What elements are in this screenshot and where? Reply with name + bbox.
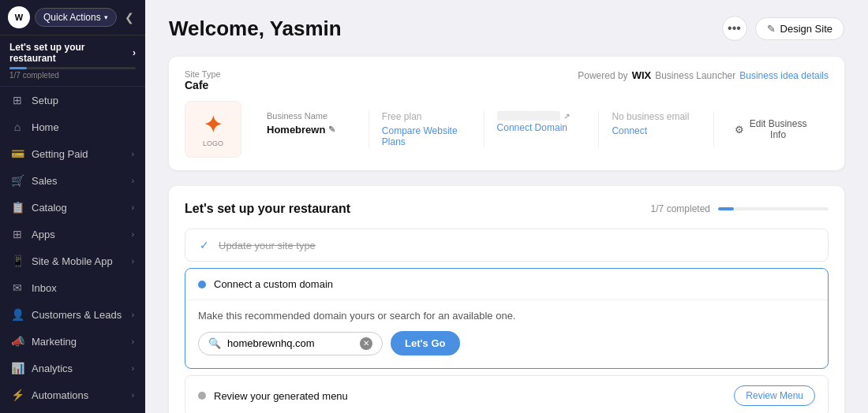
site-type-label: Site Type bbox=[185, 69, 221, 79]
chevron-right-icon: › bbox=[132, 150, 134, 158]
sidebar-item-marketing[interactable]: 📣 Marketing › bbox=[0, 328, 145, 355]
sidebar-item-customers[interactable]: 👤 Customers & Leads › bbox=[0, 301, 145, 328]
logo-box: ✦ LOGO bbox=[185, 101, 241, 158]
sidebar-item-inbox[interactable]: ✉ Inbox bbox=[0, 274, 145, 301]
setup-card-header: Let's set up your restaurant 1/7 complet… bbox=[185, 202, 829, 216]
header-actions: ••• ✎ Design Site bbox=[722, 16, 844, 41]
chevron-right-icon: › bbox=[132, 203, 134, 212]
domain-input-wrap: 🔍 ✕ bbox=[198, 332, 383, 355]
checklist-item-row: ✓ Update your site type bbox=[185, 229, 828, 261]
search-icon: 🔍 bbox=[208, 337, 221, 349]
page-title: Welcome, Yasmin bbox=[169, 17, 342, 41]
quick-actions-label: Quick Actions bbox=[43, 12, 101, 23]
checklist-item-desc: Make this recommended domain yours or se… bbox=[198, 310, 815, 322]
quick-actions-button[interactable]: Quick Actions ▾ bbox=[35, 8, 117, 27]
sidebar-item-sales[interactable]: 🛒 Sales › bbox=[0, 167, 145, 194]
sidebar-item-catalog[interactable]: 📋 Catalog › bbox=[0, 194, 145, 221]
powered-by: Powered by WIX Business Launcher Busines… bbox=[578, 69, 829, 81]
compare-plans-link[interactable]: Compare Website Plans bbox=[382, 125, 471, 147]
setup-card-progress-bar bbox=[718, 207, 829, 210]
sidebar-item-site-mobile[interactable]: 📱 Site & Mobile App › bbox=[0, 247, 145, 274]
chevron-right-icon: › bbox=[132, 257, 134, 266]
edit-name-icon[interactable]: ✎ bbox=[328, 125, 335, 135]
main-content: Welcome, Yasmin ••• ✎ Design Site Site T… bbox=[145, 0, 868, 413]
nav-icon-setup: ⊞ bbox=[11, 94, 24, 106]
plan-section: Free plan Compare Website Plans bbox=[369, 111, 485, 147]
nav-icon-customers: 👤 bbox=[11, 308, 24, 321]
sidebar-item-apps[interactable]: ⊞ Apps › bbox=[0, 221, 145, 247]
lets-go-button[interactable]: Let's Go bbox=[391, 331, 460, 355]
logo-text: LOGO bbox=[203, 140, 223, 147]
sidebar-setup-section: Let's set up your restaurant › 1/7 compl… bbox=[0, 35, 145, 87]
chevron-right-icon: › bbox=[132, 311, 134, 319]
nav-label-getting-paid: Getting Paid bbox=[32, 148, 88, 160]
sidebar-progress-fill bbox=[9, 67, 27, 69]
setup-card-progress: 1/7 completed bbox=[651, 203, 829, 214]
site-type-value: Cafe bbox=[185, 79, 221, 91]
plan-label: Free plan bbox=[382, 111, 471, 122]
checklist-item-label: Connect a custom domain bbox=[214, 278, 333, 290]
wix-logo-icon: W bbox=[8, 6, 30, 28]
nav-label-site-mobile: Site & Mobile App bbox=[32, 255, 113, 267]
checklist-item-connect-domain: Connect a custom domain Make this recomm… bbox=[185, 268, 829, 369]
setup-card: Let's set up your restaurant 1/7 complet… bbox=[169, 186, 844, 413]
sidebar-item-settings[interactable]: ⚙ Settings bbox=[0, 408, 145, 413]
nav-icon-site-mobile: 📱 bbox=[11, 255, 24, 267]
nav-label-catalog: Catalog bbox=[32, 202, 67, 214]
checklist-item-left: Review your generated menu bbox=[198, 390, 348, 402]
sidebar: W Quick Actions ▾ ❮ Let's set up your re… bbox=[0, 0, 145, 413]
nav-items: ⊞ Setup ⌂ Home 💳 Getting Paid › 🛒 Sales … bbox=[0, 87, 145, 413]
chevron-right-icon: › bbox=[133, 47, 136, 58]
chevron-down-icon: ▾ bbox=[104, 13, 108, 21]
business-name-value: Homebrewn ✎ bbox=[267, 124, 356, 136]
nav-icon-catalog: 📋 bbox=[11, 201, 24, 214]
nav-label-apps: Apps bbox=[32, 229, 55, 240]
domain-clear-button[interactable]: ✕ bbox=[360, 337, 372, 350]
checklist: ✓ Update your site type Connect a custom… bbox=[185, 229, 829, 413]
checklist-item-row[interactable]: Connect a custom domain bbox=[185, 269, 828, 300]
review-menu-button[interactable]: Review Menu bbox=[734, 385, 815, 406]
checklist-item-body: Make this recommended domain yours or se… bbox=[185, 300, 828, 368]
sidebar-top: W Quick Actions ▾ ❮ bbox=[0, 0, 145, 35]
sidebar-item-analytics[interactable]: 📊 Analytics › bbox=[0, 355, 145, 381]
chevron-right-icon: › bbox=[132, 337, 134, 346]
email-label: No business email bbox=[612, 111, 701, 122]
checklist-item-update-site-type: ✓ Update your site type bbox=[185, 229, 829, 262]
more-icon: ••• bbox=[728, 21, 741, 35]
nav-icon-analytics: 📊 bbox=[11, 362, 24, 374]
email-connect-link[interactable]: Connect bbox=[612, 125, 701, 136]
gear-icon: ⚙ bbox=[735, 124, 744, 136]
sidebar-progress-bar bbox=[9, 67, 136, 69]
sidebar-item-setup[interactable]: ⊞ Setup bbox=[0, 87, 145, 113]
nav-label-sales: Sales bbox=[32, 175, 58, 187]
checklist-item-row[interactable]: Review your generated menu Review Menu bbox=[185, 376, 828, 413]
setup-card-title: Let's set up your restaurant bbox=[185, 202, 350, 216]
chevron-right-icon: › bbox=[132, 230, 134, 239]
chevron-right-icon: › bbox=[132, 364, 134, 373]
business-idea-link[interactable]: Business idea details bbox=[739, 70, 829, 81]
edit-business-info-button[interactable]: ⚙ Edit Business Info bbox=[727, 115, 816, 143]
nav-icon-marketing: 📣 bbox=[11, 335, 24, 348]
business-card: Site Type Cafe Powered by WIX Business L… bbox=[169, 57, 844, 170]
connect-domain-link[interactable]: Connect Domain bbox=[497, 122, 586, 133]
sidebar-close-button[interactable]: ❮ bbox=[122, 9, 137, 25]
more-options-button[interactable]: ••• bbox=[722, 16, 747, 41]
nav-icon-getting-paid: 💳 bbox=[11, 147, 24, 160]
powered-by-label: Powered by bbox=[578, 70, 627, 81]
sidebar-item-automations[interactable]: ⚡ Automations › bbox=[0, 381, 145, 408]
domain-search-row: 🔍 ✕ Let's Go bbox=[198, 331, 815, 355]
checklist-item-label: Update your site type bbox=[219, 240, 316, 251]
business-name-label: Business Name bbox=[267, 111, 356, 121]
nav-icon-sales: 🛒 bbox=[11, 174, 24, 187]
business-card-body: ✦ LOGO Business Name Homebrewn ✎ Free pl… bbox=[185, 101, 829, 158]
design-site-button[interactable]: ✎ Design Site bbox=[755, 17, 844, 40]
checklist-item-left: Connect a custom domain bbox=[198, 278, 333, 290]
domain-bar: ↗ bbox=[497, 111, 586, 121]
domain-input[interactable] bbox=[227, 337, 354, 349]
checklist-item-review-menu: Review your generated menu Review Menu bbox=[185, 375, 829, 413]
sidebar-item-home[interactable]: ⌂ Home bbox=[0, 113, 145, 140]
active-bullet bbox=[198, 392, 206, 400]
active-bullet bbox=[198, 281, 206, 288]
sidebar-setup-label[interactable]: Let's set up your restaurant › bbox=[9, 42, 136, 64]
sidebar-item-getting-paid[interactable]: 💳 Getting Paid › bbox=[0, 140, 145, 167]
